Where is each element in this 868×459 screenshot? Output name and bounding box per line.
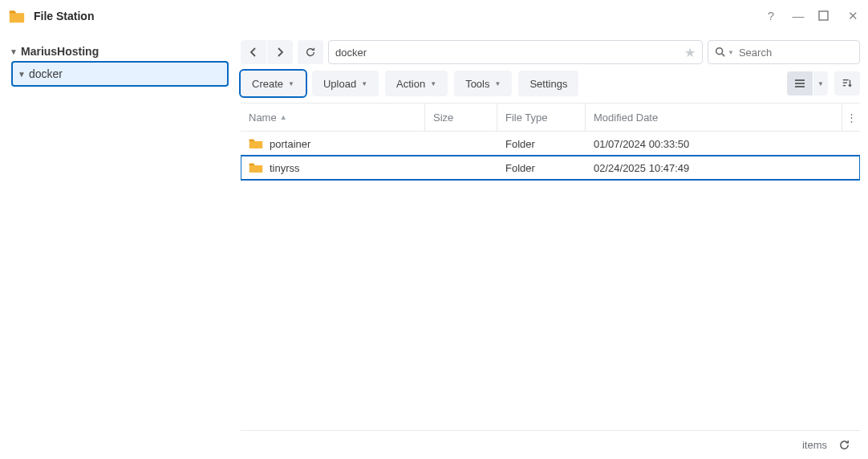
nav-group: [241, 40, 293, 64]
settings-label: Settings: [529, 78, 567, 90]
table-row[interactable]: tinyrss Folder 02/24/2025 10:47:49: [241, 156, 860, 180]
caret-down-icon: ▼: [495, 80, 501, 87]
list-icon: [794, 79, 805, 88]
sidebar: ▼ MariusHosting ▼ docker: [0, 32, 233, 459]
tree-root-label: MariusHosting: [21, 45, 99, 58]
items-label: items: [802, 439, 827, 451]
path-input[interactable]: [335, 47, 684, 59]
search-input[interactable]: [739, 47, 868, 59]
content-area: ★ ▼ Create ▼ Upload ▼ Action ▼: [233, 32, 868, 459]
grid-header: Name ▲ Size File Type Modified Date ⋮: [241, 103, 860, 132]
caret-down-icon: ▼: [10, 47, 21, 56]
svg-line-2: [722, 54, 724, 56]
column-header-name[interactable]: Name ▲: [241, 104, 425, 131]
folder-icon: [249, 138, 263, 149]
path-field[interactable]: ★: [328, 40, 703, 64]
column-type-label: File Type: [505, 112, 548, 124]
refresh-icon: [838, 439, 850, 451]
main-layout: ▼ MariusHosting ▼ docker: [0, 32, 868, 459]
maximize-icon[interactable]: [818, 10, 833, 21]
sort-button[interactable]: [834, 71, 860, 95]
upload-label: Upload: [323, 78, 356, 90]
view-dropdown-button[interactable]: ▼: [813, 71, 828, 95]
back-button[interactable]: [241, 40, 266, 64]
favorite-star-icon[interactable]: ★: [684, 45, 696, 60]
tools-button[interactable]: Tools ▼: [454, 71, 512, 96]
create-label: Create: [252, 78, 283, 90]
create-button[interactable]: Create ▼: [241, 71, 306, 96]
tree-item-docker[interactable]: ▼ docker: [13, 63, 227, 85]
app-title: File Station: [34, 10, 764, 22]
tree-root[interactable]: ▼ MariusHosting: [5, 40, 227, 63]
svg-point-1: [716, 48, 723, 55]
action-toolbar: Create ▼ Upload ▼ Action ▼ Tools ▼ Setti…: [241, 71, 860, 96]
status-bar: items: [241, 430, 860, 459]
row-type: Folder: [505, 138, 535, 150]
svg-rect-0: [819, 11, 828, 20]
settings-button[interactable]: Settings: [518, 71, 578, 96]
refresh-icon: [305, 47, 316, 58]
row-date: 01/07/2024 00:33:50: [594, 138, 689, 150]
caret-down-icon: ▼: [288, 80, 294, 87]
caret-down-icon: ▼: [18, 70, 29, 79]
refresh-button[interactable]: [298, 40, 323, 64]
table-row[interactable]: portainer Folder 01/07/2024 00:33:50: [241, 132, 860, 156]
view-mode-group: ▼: [787, 71, 828, 95]
caret-down-icon[interactable]: ▼: [728, 49, 734, 56]
list-view-button[interactable]: [787, 71, 813, 95]
action-label: Action: [396, 78, 425, 90]
titlebar: File Station ? — ✕: [0, 0, 868, 32]
column-header-date[interactable]: Modified Date: [586, 104, 842, 131]
search-icon: [715, 47, 726, 58]
footer-refresh-button[interactable]: [838, 439, 850, 451]
column-header-type[interactable]: File Type: [497, 104, 586, 131]
column-size-label: Size: [433, 112, 453, 124]
upload-button[interactable]: Upload ▼: [312, 71, 379, 96]
caret-down-icon: ▼: [361, 80, 367, 87]
help-icon[interactable]: ?: [764, 9, 778, 22]
forward-button[interactable]: [267, 40, 293, 64]
column-date-label: Modified Date: [594, 112, 658, 124]
column-header-size[interactable]: Size: [425, 104, 497, 131]
sort-icon: [842, 78, 853, 89]
row-date: 02/24/2025 10:47:49: [594, 162, 689, 174]
sort-asc-icon: ▲: [280, 113, 287, 121]
column-name-label: Name: [249, 112, 277, 124]
column-menu-button[interactable]: ⋮: [842, 104, 860, 131]
nav-toolbar: ★ ▼: [241, 40, 860, 64]
window-controls: ? — ✕: [764, 9, 860, 23]
chevron-right-icon: [276, 47, 284, 57]
caret-down-icon: ▼: [817, 80, 824, 87]
tree-item-label: docker: [29, 67, 63, 80]
chevron-left-icon: [249, 47, 258, 57]
caret-down-icon: ▼: [430, 80, 436, 87]
folder-icon: [249, 162, 263, 173]
action-button[interactable]: Action ▼: [385, 71, 448, 96]
close-icon[interactable]: ✕: [846, 9, 860, 23]
row-name: tinyrss: [270, 162, 300, 174]
grid-body: portainer Folder 01/07/2024 00:33:50 tin…: [241, 132, 860, 430]
row-name: portainer: [270, 138, 310, 150]
app-folder-icon: [8, 7, 26, 25]
row-type: Folder: [505, 162, 535, 174]
minimize-icon[interactable]: —: [791, 9, 805, 22]
tools-label: Tools: [465, 78, 489, 90]
search-field[interactable]: ▼: [708, 40, 860, 64]
